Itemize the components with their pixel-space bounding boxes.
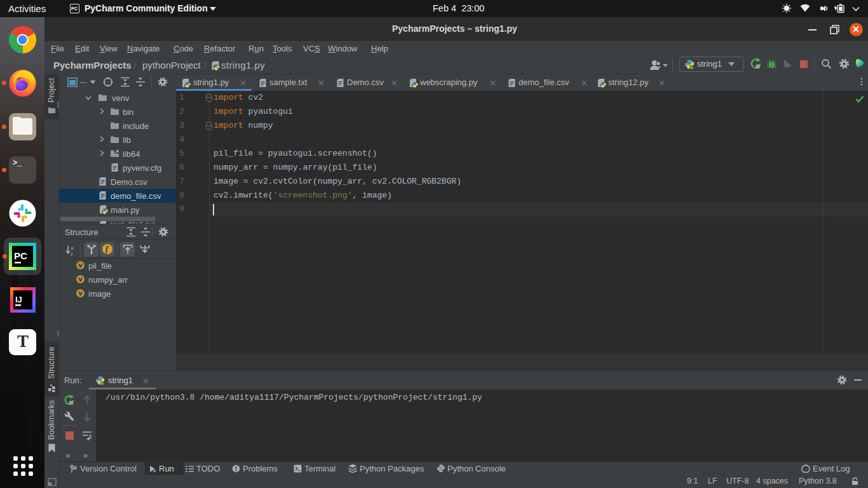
svg-text:z: z — [71, 251, 73, 256]
svg-text:IJ: IJ — [15, 295, 22, 304]
svg-text:PC: PC — [14, 250, 27, 261]
